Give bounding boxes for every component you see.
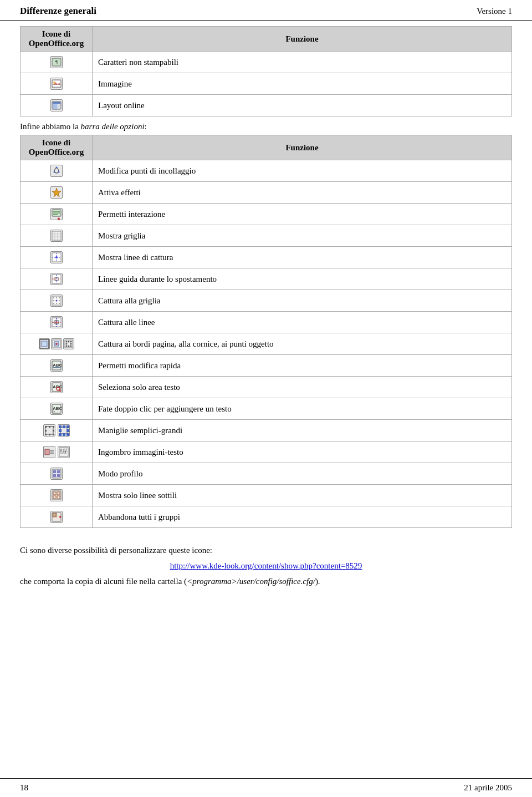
t2-r14-func: Ingombro immagini-testo — [93, 441, 512, 463]
image-icon — [50, 78, 63, 90]
table-row: Layout online — [21, 95, 512, 116]
svg-rect-76 — [53, 430, 54, 432]
show-capture-lines-icon — [50, 251, 63, 263]
svg-rect-84 — [59, 429, 62, 432]
svg-point-55 — [70, 341, 71, 343]
svg-rect-72 — [45, 426, 47, 428]
svg-point-57 — [70, 346, 71, 347]
svg-point-60 — [65, 343, 67, 345]
svg-rect-79 — [53, 434, 54, 435]
svg-rect-98 — [57, 470, 60, 473]
table-row: Permetti interazione — [21, 204, 512, 225]
svg-text:2×: 2× — [52, 410, 55, 413]
table-row: Linee guida durante lo spostamento — [21, 268, 512, 290]
svg-rect-73 — [49, 426, 50, 428]
table-row: Immagine — [21, 73, 512, 95]
table-row: Attiva effetti — [21, 182, 512, 204]
table-row: Mostra griglia — [21, 225, 512, 247]
handles-large-icon — [58, 424, 70, 436]
table-row: ABC Permetti modifica rapida — [21, 355, 512, 377]
svg-rect-88 — [66, 433, 69, 436]
svg-point-39 — [59, 300, 60, 301]
between-section-text: Infine abbiamo la barra delle opzioni: — [20, 116, 512, 135]
table-row: ¶ Caratteri non stampabili — [21, 52, 512, 73]
svg-point-42 — [59, 303, 60, 304]
page-header: Differenze generali Versione 1 — [0, 0, 532, 21]
t2-r16-func: Mostra solo linee sottili — [93, 485, 512, 506]
t2-r1-func: Modifica punti di incollaggio — [93, 160, 512, 182]
handles-small-icon — [43, 424, 55, 436]
svg-point-38 — [55, 300, 57, 302]
t2-r4-func: Mostra griglia — [93, 225, 512, 247]
snap-border-icon1 — [39, 338, 50, 349]
t2-r12-func: Fate doppio clic per aggiungere un testo — [93, 398, 512, 420]
t2-r7-func: Cattura alla griglia — [93, 290, 512, 312]
table1: Icone di OpenOffice.org Funzione ¶ — [20, 26, 512, 116]
svg-marker-14 — [52, 188, 61, 197]
svg-point-5 — [53, 82, 55, 84]
table-row: Abbandona tutti i gruppi — [21, 506, 512, 528]
snap-border-icon3 — [63, 338, 74, 349]
wrap-text-icon: XYZ 123 — [58, 446, 70, 458]
svg-rect-86 — [59, 433, 62, 436]
svg-rect-49 — [42, 341, 47, 347]
t2-r3-func: Permetti interazione — [93, 204, 512, 225]
t2-r15-func: Modo profilo — [93, 463, 512, 485]
svg-rect-85 — [66, 429, 69, 432]
t2-r6-func: Linee guida durante lo spostamento — [93, 268, 512, 290]
double-click-text-icon: ABC 2× — [50, 403, 63, 415]
table-row: Cattura ai bordi pagina, alla cornice, a… — [21, 333, 512, 355]
footer-date: 21 aprile 2005 — [464, 783, 512, 793]
table-row: ABC 2× Fate doppio clic per aggiungere u… — [21, 398, 512, 420]
edit-points-icon — [50, 165, 63, 177]
svg-text:ABC: ABC — [53, 363, 62, 368]
table-row: Cattura alle linee — [21, 312, 512, 333]
svg-text:ABC: ABC — [53, 384, 62, 389]
bottom-section: Ci sono diverse possibilità di personali… — [0, 544, 532, 588]
svg-rect-71 — [45, 427, 53, 434]
t2-r10-func: Permetti modifica rapida — [93, 355, 512, 377]
svg-rect-9 — [58, 104, 60, 106]
t2-r8-func: Cattura alle linee — [93, 312, 512, 333]
bottom-para1: Ci sono diverse possibilità di personali… — [20, 544, 512, 557]
footer-page-number: 18 — [20, 783, 28, 793]
table1-col2-header: Funzione — [93, 27, 512, 52]
quick-edit-icon: ABC — [50, 359, 63, 372]
table2-col2-header: Funzione — [93, 135, 512, 160]
table-row: Mostra linee di cattura — [21, 247, 512, 268]
bottom-text2: che comporta la copia di alcuni file nel… — [20, 577, 187, 586]
svg-rect-7 — [53, 102, 60, 104]
svg-point-34 — [53, 297, 54, 298]
snap-grid-icon — [50, 295, 63, 307]
page-title: Differenze generali — [20, 6, 96, 17]
svg-point-59 — [68, 346, 69, 347]
svg-rect-77 — [45, 434, 47, 435]
between-text2: : — [145, 122, 147, 131]
svg-point-37 — [53, 300, 54, 301]
t2-r2-func: Attiva effetti — [93, 182, 512, 204]
table-row: Cattura alla griglia — [21, 290, 512, 312]
svg-point-58 — [68, 341, 69, 343]
bottom-link[interactable]: http://www.kde-look.org/content/show.php… — [170, 561, 362, 570]
table-row: XYZ 123 Ingombro immagini-testo — [21, 441, 512, 463]
bottom-para2: http://www.kde-look.org/content/show.php… — [20, 559, 512, 572]
svg-point-35 — [56, 297, 57, 298]
table-row: ABC Seleziona solo area testo — [21, 377, 512, 398]
svg-rect-87 — [63, 433, 65, 436]
bottom-para3: che comporta la copia di alcuni file nel… — [20, 575, 512, 588]
svg-rect-8 — [53, 104, 57, 109]
table-row: Mostra solo linee sottili — [21, 485, 512, 506]
svg-rect-108 — [53, 514, 55, 516]
layout-online-icon — [50, 99, 63, 111]
bottom-path: <programma>/user/config/soffice.cfg/ — [187, 577, 315, 586]
svg-text:123: 123 — [60, 451, 66, 455]
non-printable-chars-icon: ¶ — [50, 56, 63, 68]
svg-rect-18 — [53, 214, 58, 215]
svg-point-12 — [58, 171, 59, 173]
svg-rect-74 — [53, 426, 54, 428]
t2-r9-func: Cattura ai bordi pagina, alla cornice, a… — [93, 333, 512, 355]
table-row: Modo profilo — [21, 463, 512, 485]
activate-effects-icon — [50, 186, 63, 199]
svg-rect-82 — [63, 425, 65, 428]
table1-col1-header: Icone di OpenOffice.org — [21, 27, 93, 52]
